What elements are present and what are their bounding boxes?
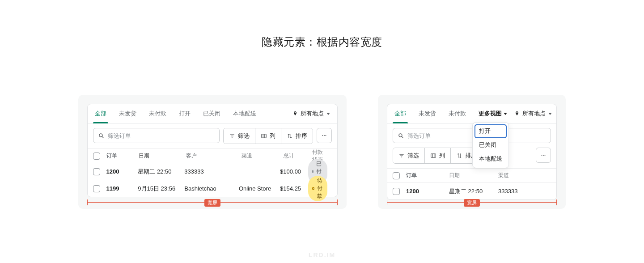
tab-closed[interactable]: 已关闭	[198, 104, 226, 123]
cell-total: $100.00	[280, 168, 308, 175]
chevron-down-icon	[326, 113, 330, 115]
columns-button[interactable]: 列	[424, 148, 450, 163]
filter-button[interactable]: 筛选	[224, 128, 255, 144]
tab-unshipped[interactable]: 未发货	[114, 104, 142, 123]
panel-narrow: 全部 未发货 未付款 更多视图 所有地点	[378, 95, 566, 209]
examples-row: 全部 未发货 未付款 打开 已关闭 本地配送 所有地点	[0, 95, 644, 209]
sort-button[interactable]: 排序	[281, 128, 313, 144]
more-actions-button[interactable]	[317, 128, 332, 143]
more-views-menu: 打开 已关闭 本地配送	[472, 122, 509, 168]
col-customer: 客户	[186, 152, 242, 160]
tab-unshipped[interactable]: 未发货	[413, 104, 441, 123]
tab-more-views[interactable]: 更多视图	[473, 104, 513, 123]
tab-all[interactable]: 全部	[89, 104, 112, 123]
toolbar-buttons: 筛选 列 排序	[393, 148, 483, 164]
cell-status: 待付款	[308, 176, 332, 201]
col-channel: 渠道	[498, 172, 551, 179]
menu-item-local-delivery[interactable]: 本地配送	[475, 152, 507, 166]
watermark: LRD.IM	[0, 251, 644, 259]
search-input-wrap[interactable]	[93, 128, 220, 143]
sort-icon	[456, 153, 462, 159]
menu-item-open[interactable]: 打开	[475, 124, 507, 138]
svg-point-19	[541, 155, 542, 156]
row-checkbox[interactable]	[393, 188, 400, 195]
chevron-down-icon	[504, 113, 507, 115]
more-icon	[321, 132, 327, 139]
orders-card-wide: 全部 未发货 未付款 打开 已关闭 本地配送 所有地点	[87, 104, 338, 197]
filter-icon	[229, 133, 235, 139]
table-row[interactable]: 1200 星期二 22:50 333333	[387, 182, 556, 199]
sort-icon	[287, 133, 293, 139]
toolbar-buttons: 筛选 列 排序	[223, 128, 313, 144]
cell-total: $154.25	[280, 185, 308, 192]
select-all-checkbox[interactable]	[393, 172, 400, 179]
panel-wide: 全部 未发货 未付款 打开 已关闭 本地配送 所有地点	[78, 95, 347, 209]
col-order: 订单	[406, 172, 449, 179]
col-date: 日期	[449, 172, 498, 179]
tab-open[interactable]: 打开	[174, 104, 196, 123]
table-row[interactable]: 1200 星期二 22:50 333333 $100.00 已付款	[88, 163, 337, 180]
search-icon	[98, 132, 104, 139]
width-annotation: 宽屏	[87, 198, 338, 207]
svg-point-0	[99, 134, 102, 137]
menu-item-closed[interactable]: 已关闭	[475, 138, 507, 152]
status-badge-pending: 待付款	[308, 176, 327, 201]
toolbar-2: 筛选 列 排序	[387, 148, 556, 168]
col-channel: 渠道	[242, 152, 284, 160]
select-all-checkbox[interactable]	[93, 153, 100, 160]
cell-order: 1200	[106, 168, 138, 175]
svg-line-1	[102, 136, 103, 138]
more-tab-label: 更多视图	[479, 110, 502, 118]
cell-date: 星期二 22:50	[449, 187, 498, 195]
location-label: 所有地点	[301, 110, 324, 118]
tabs: 全部 未发货 未付款 更多视图	[387, 104, 513, 123]
row-checkbox[interactable]	[93, 168, 100, 175]
cell-date: 9月15日 23:56	[138, 185, 184, 193]
status-dot-icon	[312, 187, 314, 190]
cell-channel: Online Store	[239, 185, 280, 192]
cell-customer: 333333	[184, 168, 239, 175]
columns-icon	[430, 153, 436, 159]
page-title: 隐藏元素：根据内容宽度	[0, 35, 644, 49]
cell-order: 1199	[106, 185, 138, 192]
tabs: 全部 未发货 未付款 打开 已关闭 本地配送	[88, 104, 262, 123]
orders-card-narrow: 全部 未发货 未付款 更多视图 所有地点	[387, 104, 557, 200]
columns-label: 列	[439, 152, 445, 160]
tab-all[interactable]: 全部	[389, 104, 411, 123]
svg-rect-16	[431, 154, 436, 157]
search-input-wrap[interactable]	[393, 128, 551, 143]
svg-point-20	[543, 155, 544, 156]
svg-line-12	[402, 136, 403, 138]
more-icon	[540, 152, 547, 158]
svg-point-10	[325, 135, 326, 136]
sort-label: 排序	[296, 132, 307, 140]
cell-order: 1200	[406, 188, 449, 195]
columns-button[interactable]: 列	[255, 128, 281, 144]
search-input[interactable]	[108, 132, 215, 139]
cell-customer: 333333	[498, 188, 551, 195]
filter-button[interactable]: 筛选	[393, 148, 424, 163]
tabs-row: 全部 未发货 未付款 更多视图 所有地点	[387, 104, 556, 123]
toolbar: 筛选 列 排序	[88, 123, 337, 148]
location-filter-button[interactable]: 所有地点	[291, 107, 332, 120]
svg-rect-5	[262, 134, 267, 138]
svg-point-8	[322, 135, 323, 136]
svg-point-11	[399, 134, 402, 137]
tab-unpaid[interactable]: 未付款	[443, 104, 471, 123]
status-text: 待付款	[317, 177, 323, 200]
col-order: 订单	[106, 152, 139, 160]
table-header: 订单 日期 渠道	[387, 168, 556, 182]
filter-icon	[398, 153, 405, 159]
chevron-down-icon	[548, 113, 552, 115]
cell-customer: Bashletchao	[184, 185, 239, 192]
table-header: 订单 日期 客户 渠道 总计 付款状态	[88, 148, 337, 163]
cell-date: 星期二 22:50	[138, 168, 184, 176]
location-filter-button[interactable]: 所有地点	[513, 107, 554, 120]
table-row[interactable]: 1199 9月15日 23:56 Bashletchao Online Stor…	[88, 180, 337, 197]
tabs-row: 全部 未发货 未付款 打开 已关闭 本地配送 所有地点	[88, 104, 337, 123]
tab-local-delivery[interactable]: 本地配送	[228, 104, 262, 123]
more-actions-button[interactable]	[536, 148, 551, 163]
pin-icon	[514, 111, 520, 116]
tab-unpaid[interactable]: 未付款	[144, 104, 172, 123]
row-checkbox[interactable]	[93, 185, 100, 192]
